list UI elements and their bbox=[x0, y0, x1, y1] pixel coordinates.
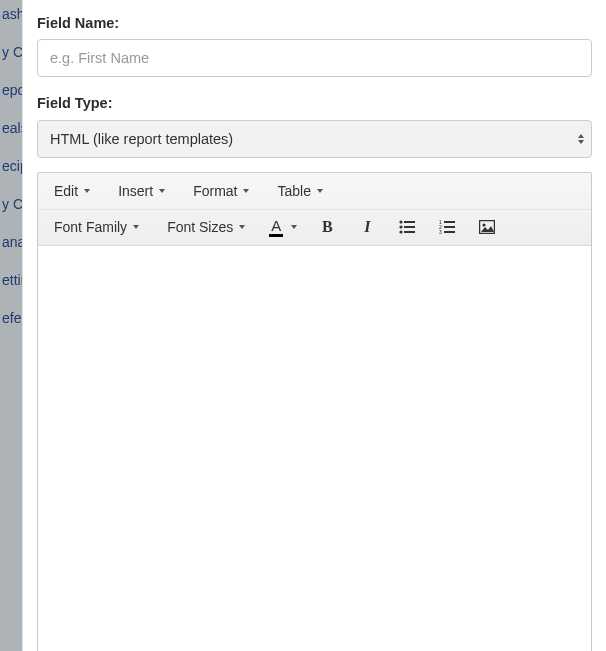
svg-rect-7 bbox=[444, 221, 455, 223]
text-color-button[interactable]: A bbox=[263, 213, 303, 241]
field-name-label: Field Name: bbox=[37, 13, 592, 33]
caret-down-icon bbox=[291, 225, 297, 229]
caret-down-icon bbox=[239, 225, 245, 229]
bullet-list-button[interactable] bbox=[391, 213, 423, 241]
sidebar-item-manage[interactable]: anage bbox=[0, 223, 22, 261]
caret-down-icon bbox=[133, 225, 139, 229]
numbered-list-icon: 1 2 3 bbox=[439, 220, 455, 234]
field-type-label: Field Type: bbox=[37, 93, 592, 113]
text-color-icon: A bbox=[269, 218, 283, 237]
sidebar-item-dashboard[interactable]: ashboard bbox=[0, 0, 22, 33]
editor-menubar: Edit Insert Format Table bbox=[38, 173, 591, 209]
caret-down-icon bbox=[84, 189, 90, 193]
sidebar-item-settings[interactable]: ettings bbox=[0, 261, 22, 299]
bullet-list-icon bbox=[399, 220, 415, 234]
editor-content-area[interactable] bbox=[38, 246, 591, 651]
field-type-select[interactable]: HTML (like report templates) bbox=[37, 120, 592, 158]
svg-rect-1 bbox=[404, 221, 415, 223]
menu-insert[interactable]: Insert bbox=[108, 177, 175, 205]
svg-rect-3 bbox=[404, 226, 415, 228]
bold-button[interactable]: B bbox=[311, 213, 343, 241]
svg-rect-5 bbox=[404, 231, 415, 233]
caret-down-icon bbox=[243, 189, 249, 193]
svg-point-13 bbox=[483, 223, 486, 226]
caret-down-icon bbox=[317, 189, 323, 193]
html-editor: Edit Insert Format Table bbox=[37, 172, 592, 651]
bold-icon: B bbox=[322, 218, 333, 236]
numbered-list-button[interactable]: 1 2 3 bbox=[431, 213, 463, 241]
svg-rect-9 bbox=[444, 226, 455, 228]
menu-insert-label: Insert bbox=[118, 183, 153, 199]
menu-table-label: Table bbox=[277, 183, 310, 199]
menu-format[interactable]: Format bbox=[183, 177, 259, 205]
svg-point-0 bbox=[400, 220, 403, 223]
image-icon bbox=[479, 220, 495, 234]
font-family-button[interactable]: Font Family bbox=[44, 213, 149, 241]
font-family-label: Font Family bbox=[54, 219, 127, 235]
menu-edit[interactable]: Edit bbox=[44, 177, 100, 205]
italic-icon: I bbox=[364, 218, 370, 236]
svg-text:3: 3 bbox=[439, 229, 442, 234]
menu-format-label: Format bbox=[193, 183, 237, 199]
sidebar-item-meals[interactable]: eals bbox=[0, 109, 22, 147]
insert-image-button[interactable] bbox=[471, 213, 503, 241]
menu-edit-label: Edit bbox=[54, 183, 78, 199]
sidebar-item-my-clients[interactable]: y Clients bbox=[0, 33, 22, 71]
field-editor-panel: Field Name: Field Type: HTML (like repor… bbox=[22, 0, 606, 651]
font-sizes-button[interactable]: Font Sizes bbox=[157, 213, 255, 241]
sidebar-nav: ashboard y Clients eports eals ecipes y … bbox=[0, 0, 22, 651]
field-name-input[interactable] bbox=[37, 39, 592, 77]
sidebar-item-recipes[interactable]: ecipes bbox=[0, 147, 22, 185]
editor-toolbar: Edit Insert Format Table bbox=[38, 173, 591, 246]
svg-rect-11 bbox=[444, 231, 455, 233]
sidebar-item-my-calendar[interactable]: y Calendar bbox=[0, 185, 22, 223]
sidebar-item-refer[interactable]: efer bbox=[0, 299, 22, 337]
italic-button[interactable]: I bbox=[351, 213, 383, 241]
svg-point-4 bbox=[400, 230, 403, 233]
svg-point-2 bbox=[400, 225, 403, 228]
field-type-select-wrap[interactable]: HTML (like report templates) bbox=[37, 120, 592, 158]
sidebar-item-reports[interactable]: eports bbox=[0, 71, 22, 109]
editor-format-toolbar: Font Family Font Sizes A bbox=[38, 209, 591, 245]
menu-table[interactable]: Table bbox=[267, 177, 332, 205]
font-sizes-label: Font Sizes bbox=[167, 219, 233, 235]
caret-down-icon bbox=[159, 189, 165, 193]
